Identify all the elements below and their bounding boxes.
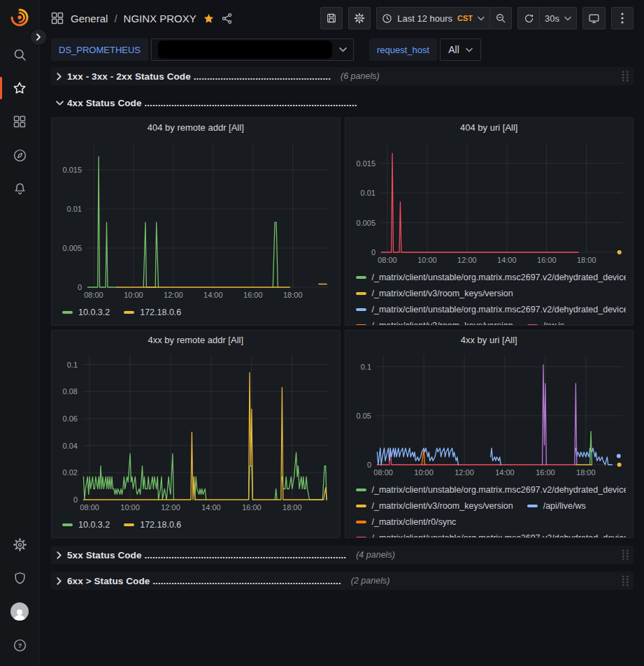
refresh-interval-label: 30s xyxy=(545,13,559,24)
legend-item[interactable]: 172.18.0.6 xyxy=(124,304,181,320)
dashboard-grid: 1xx - 3xx - 2xx Status Code ............… xyxy=(39,63,644,590)
legend-item[interactable]: /_matrix/client/unstable/org.matrix.msc2… xyxy=(356,482,627,498)
row-title: 5xx Status Code ........................… xyxy=(67,550,346,560)
legend-item[interactable]: /_matrix/client/v3/room_keys/version xyxy=(356,317,513,325)
gear-icon xyxy=(354,13,365,24)
svg-text:0.05: 0.05 xyxy=(356,412,371,420)
row-header-6xx[interactable]: 6xx > Status Code ......................… xyxy=(51,572,634,590)
legend-label: 172.18.0.6 xyxy=(140,307,181,317)
svg-text:08:00: 08:00 xyxy=(84,291,103,299)
save-dashboard-button[interactable] xyxy=(320,7,343,29)
datasource-variable-label[interactable]: DS_PROMETHEUS xyxy=(51,38,148,61)
legend-item[interactable]: /api/live/ws xyxy=(527,498,586,514)
panel-404-by-remote-addr: 404 by remote addr [All] 00.0050.010.015… xyxy=(51,117,341,326)
sidebar-item-starred[interactable] xyxy=(0,71,39,105)
legend-item[interactable]: /_matrix/client/v3/room_keys/version xyxy=(356,498,513,514)
favorite-star-icon[interactable] xyxy=(203,13,215,24)
legend-swatch xyxy=(356,521,366,523)
dashboard-settings-button[interactable] xyxy=(348,7,371,29)
refresh-icon xyxy=(524,13,534,24)
sidebar-item-alerting[interactable] xyxy=(0,172,39,205)
row-drag-handle[interactable] xyxy=(622,550,629,560)
svg-text:18:00: 18:00 xyxy=(576,468,596,477)
legend-swatch xyxy=(356,276,366,279)
sidebar-item-profile[interactable] xyxy=(0,595,39,628)
sidebar-item-explore[interactable] xyxy=(0,138,39,172)
sidebar-item-dashboards[interactable] xyxy=(0,105,39,138)
row-drag-handle[interactable] xyxy=(622,576,629,586)
svg-text:0: 0 xyxy=(78,283,82,291)
panel-title[interactable]: 404 by uri [All] xyxy=(351,118,628,137)
svg-text:0.005: 0.005 xyxy=(62,244,82,252)
zoom-out-icon xyxy=(495,13,506,24)
dashboard-more-menu-button[interactable] xyxy=(611,7,634,29)
panel-title[interactable]: 4xx by uri [All] xyxy=(351,331,628,349)
refresh-interval-picker[interactable]: 30s xyxy=(539,7,577,29)
svg-text:?: ? xyxy=(17,642,22,649)
svg-text:08:00: 08:00 xyxy=(378,256,397,264)
legend-label: /_matrix/client/v3/room_keys/version xyxy=(372,501,513,511)
sidebar-item-admin[interactable] xyxy=(0,561,39,595)
svg-text:0.01: 0.01 xyxy=(360,189,375,197)
timeseries-chart[interactable]: 00.0050.010.01508:0010:0012:0014:0016:00… xyxy=(57,137,336,302)
breadcrumb-section[interactable]: General xyxy=(71,13,108,24)
legend-label: /_matrix/client/v3/room_keys/version xyxy=(372,321,513,326)
legend-label: 10.0.3.2 xyxy=(78,307,110,317)
request-host-variable-label[interactable]: request_host xyxy=(369,38,437,61)
gear-icon xyxy=(13,537,27,552)
save-icon xyxy=(326,13,337,24)
legend-item[interactable]: 10.0.3.2 xyxy=(62,304,110,320)
row-header-1xx-3xx-2xx[interactable]: 1xx - 3xx - 2xx Status Code ............… xyxy=(51,67,634,85)
share-icon[interactable] xyxy=(221,13,233,24)
timeseries-chart[interactable]: 00.050.108:0010:0012:0014:0016:0018:00 xyxy=(351,349,629,479)
time-range-picker[interactable]: Last 12 hours CST xyxy=(376,7,490,29)
legend-item[interactable]: /_matrix/client/v3/room_keys/version xyxy=(356,285,513,301)
row-header-5xx[interactable]: 5xx Status Code ........................… xyxy=(51,546,634,564)
svg-text:0.08: 0.08 xyxy=(63,387,78,396)
timeseries-chart[interactable]: 00.020.040.060.080.108:0010:0012:0014:00… xyxy=(57,349,336,514)
panel-title[interactable]: 4xx by remote addr [All] xyxy=(57,331,334,349)
svg-text:12:00: 12:00 xyxy=(164,291,183,299)
panel-title[interactable]: 404 by remote addr [All] xyxy=(57,118,334,137)
svg-text:18:00: 18:00 xyxy=(283,291,303,299)
legend-item[interactable]: /_matrix/client/unstable/org.matrix.msc2… xyxy=(356,269,627,285)
datasource-variable-dropdown[interactable] xyxy=(151,38,354,61)
legend-swatch xyxy=(527,324,538,326)
legend-swatch xyxy=(356,505,366,507)
legend-item[interactable]: 172.18.0.6 xyxy=(124,516,181,533)
legend-item[interactable]: /sw.js xyxy=(527,317,565,325)
legend-swatch xyxy=(62,523,73,526)
row-header-4xx[interactable]: 4xx Status Code ........................… xyxy=(51,94,634,112)
breadcrumb-dashboard-title[interactable]: NGINX PROXY xyxy=(124,13,196,24)
row-drag-handle[interactable] xyxy=(622,71,629,82)
legend-item[interactable]: /_matrix/client/unstable/org.matrix.msc2… xyxy=(356,530,627,537)
sidebar-expand-toggle[interactable] xyxy=(29,28,48,46)
timeseries-chart[interactable]: 00.0050.010.01508:0010:0012:0014:0016:00… xyxy=(351,137,629,267)
svg-text:18:00: 18:00 xyxy=(282,503,302,512)
request-host-variable-dropdown[interactable]: All xyxy=(440,38,481,61)
svg-text:0.1: 0.1 xyxy=(360,363,371,371)
grafana-logo[interactable] xyxy=(0,8,39,29)
panel-404-by-uri: 404 by uri [All] 00.0050.010.01508:0010:… xyxy=(345,117,634,326)
sidebar-item-help[interactable]: ? xyxy=(0,628,39,662)
svg-text:0.1: 0.1 xyxy=(67,361,78,369)
clock-icon xyxy=(382,13,392,24)
svg-text:0.005: 0.005 xyxy=(356,219,375,227)
legend-item[interactable]: /_matrix/client/unstable/org.matrix.msc2… xyxy=(356,301,627,317)
legend-swatch xyxy=(356,537,366,538)
help-icon: ? xyxy=(13,638,27,653)
legend-label: /_matrix/client/r0/sync xyxy=(372,517,457,527)
legend-item[interactable]: 10.0.3.2 xyxy=(62,516,110,533)
zoom-out-time-button[interactable] xyxy=(489,7,512,29)
legend-label: /_matrix/client/unstable/org.matrix.msc2… xyxy=(372,533,627,538)
refresh-button[interactable] xyxy=(517,7,540,29)
sidebar-item-settings[interactable] xyxy=(0,528,39,561)
legend-label: /api/live/ws xyxy=(543,501,586,511)
legend-label: /_matrix/client/unstable/org.matrix.msc2… xyxy=(372,273,627,282)
svg-text:0: 0 xyxy=(366,461,371,469)
svg-text:0.015: 0.015 xyxy=(62,166,82,174)
svg-text:14:00: 14:00 xyxy=(497,256,517,264)
svg-text:16:00: 16:00 xyxy=(536,468,555,477)
kiosk-mode-button[interactable] xyxy=(582,7,606,29)
legend-item[interactable]: /_matrix/client/r0/sync xyxy=(356,514,457,530)
